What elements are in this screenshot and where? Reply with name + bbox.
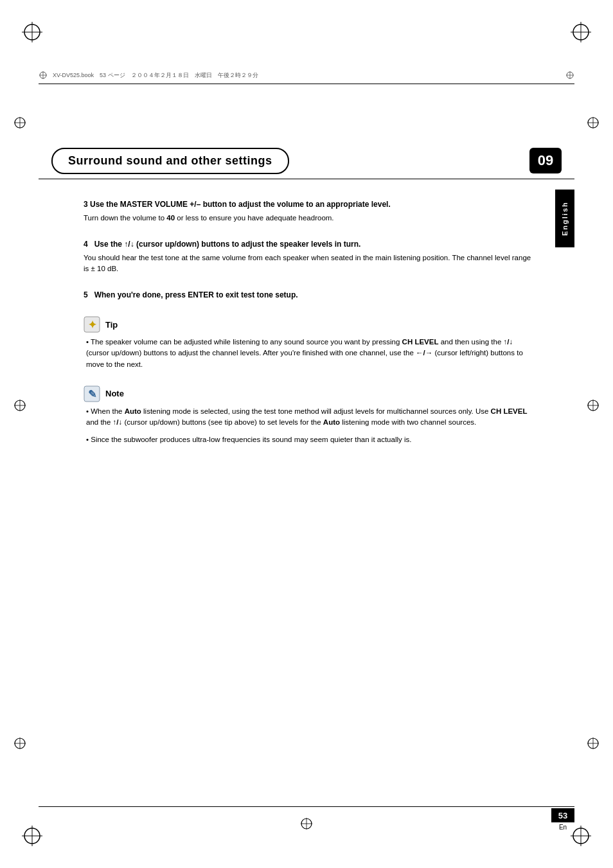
- header-crosshair-icon-right: [565, 71, 574, 80]
- side-mark-left-top: [13, 116, 27, 132]
- note-icon: ✎: [84, 385, 100, 402]
- svg-text:✦: ✦: [88, 319, 97, 330]
- header-file-info: XV-DV525.book 53 ページ ２００４年２月１８日 水曜日 午後２時…: [53, 71, 258, 80]
- side-mark-right-bottom: [586, 736, 600, 752]
- note-label: Note: [105, 389, 124, 398]
- header-crosshair-icon: [39, 71, 48, 80]
- side-mark-right-top: [586, 116, 600, 132]
- title-section: Surround sound and other settings 09: [51, 145, 562, 177]
- tip-content: The speaker volume can be adjusted while…: [84, 337, 536, 370]
- tip-header: ✦ Tip: [84, 316, 536, 333]
- note-content: When the Auto listening mode is selected…: [84, 406, 536, 446]
- step-5: 5 When you're done, press ENTER to exit …: [84, 290, 536, 301]
- step-4-body: You should hear the test tone at the sam…: [84, 252, 536, 275]
- corner-mark-tl: [19, 19, 45, 45]
- chapter-number: 09: [529, 148, 562, 173]
- tip-box: ✦ Tip The speaker volume can be adjusted…: [84, 316, 536, 370]
- title-divider: [39, 179, 574, 179]
- page-en-label: En: [559, 824, 567, 831]
- side-mark-left-bottom: [13, 736, 27, 752]
- side-mark-right-mid: [586, 398, 600, 414]
- footer-page-area: 53 En: [551, 808, 574, 831]
- title-box: Surround sound and other settings: [51, 148, 289, 174]
- header-divider: [39, 84, 574, 84]
- step-3-heading: 3 Use the MASTER VOLUME +/– button to ad…: [84, 199, 536, 210]
- footer-line: [39, 806, 574, 807]
- note-header: ✎ Note: [84, 385, 536, 402]
- side-mark-left-mid: [13, 398, 27, 414]
- page-number: 53: [551, 808, 574, 822]
- svg-text:✎: ✎: [88, 389, 96, 400]
- corner-mark-tr: [568, 19, 594, 45]
- page-title: Surround sound and other settings: [68, 154, 272, 168]
- english-tab: English: [555, 190, 574, 247]
- corner-mark-bl: [19, 823, 45, 849]
- page-container: XV-DV525.book 53 ページ ２００４年２月１８日 水曜日 午後２時…: [0, 0, 613, 868]
- step-3-body: Turn down the volume to 40 or less to en…: [84, 213, 536, 224]
- footer-crosshair: [299, 817, 314, 833]
- header-bar: XV-DV525.book 53 ページ ２００４年２月１８日 水曜日 午後２時…: [39, 71, 574, 80]
- step-5-heading: 5 When you're done, press ENTER to exit …: [84, 290, 536, 301]
- step-3: 3 Use the MASTER VOLUME +/– button to ad…: [84, 199, 536, 224]
- tip-icon: ✦: [84, 316, 100, 333]
- step-4: 4 Use the ↑/↓ (cursor up/down) buttons t…: [84, 239, 536, 274]
- step-4-heading: 4 Use the ↑/↓ (cursor up/down) buttons t…: [84, 239, 536, 250]
- note-box: ✎ Note When the Auto listening mode is s…: [84, 385, 536, 446]
- main-content: 3 Use the MASTER VOLUME +/– button to ad…: [84, 199, 536, 461]
- tip-label: Tip: [105, 320, 118, 330]
